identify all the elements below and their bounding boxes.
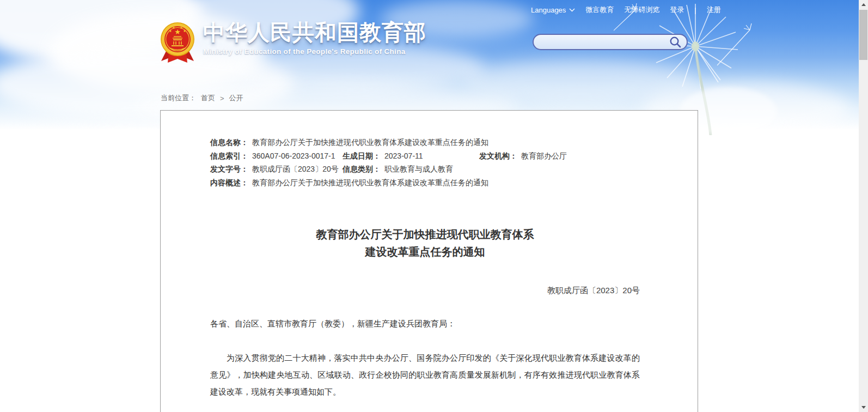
meta-summary-label: 内容概述： [210,176,248,190]
page: Languages 微言教育 无障碍浏览 登录 | 注册 ★ ★ ★ ★ ★ [0,0,868,412]
nav-weiyan-link[interactable]: 微言教育 [585,5,614,15]
svg-text:★: ★ [172,26,175,29]
chevron-down-icon [569,8,575,12]
scrollbar[interactable] [859,0,868,412]
meta-row-name: 信息名称： 教育部办公厅关于加快推进现代职业教育体系建设改革重点任务的通知 [210,136,640,149]
arrow-up-icon [861,3,866,6]
search-box[interactable] [533,34,688,50]
register-link[interactable]: 注册 [707,5,721,15]
meta-summary-value: 教育部办公厅关于加快推进现代职业教育体系建设改革重点任务的通知 [252,176,488,190]
meta-index-label: 信息索引： [210,149,248,163]
scrollbar-thumb[interactable] [859,10,867,60]
meta-name-label: 信息名称： [210,136,248,149]
meta-row-index: 信息索引： 360A07-06-2023-0017-1 生成日期： 2023-0… [210,149,640,163]
document-title: 教育部办公厅关于加快推进现代职业教育体系 建设改革重点任务的通知 [210,226,640,260]
svg-text:★: ★ [180,26,182,29]
svg-text:★: ★ [169,29,172,33]
breadcrumb: 当前位置： 首页 > 公开 [161,93,243,103]
meta-row-number: 发文字号： 教职成厅函〔2023〕20号 信息类别： 职业教育与成人教育 [210,162,640,176]
search-icon [669,36,681,48]
breadcrumb-label: 当前位置： [161,93,196,103]
document-title-line1: 教育部办公厅关于加快推进现代职业教育体系 [210,226,640,243]
login-link[interactable]: 登录 [670,5,684,15]
document-number: 教职成厅函〔2023〕20号 [210,285,640,296]
meta-number-label: 发文字号： [210,162,248,176]
scroll-up-button[interactable] [859,0,868,9]
languages-label: Languages [531,6,566,14]
meta-index-value: 360A07-06-2023-0017-1 [252,149,335,163]
site-title: 中华人民共和国教育部 [203,20,426,45]
meta-agency-value: 教育部办公厅 [521,149,567,163]
breadcrumb-home-link[interactable]: 首页 [201,93,215,103]
body-paragraph: 为深入贯彻党的二十大精神，落实中共中央办公厅、国务院办公厅印发的《关于深化现代职… [210,349,640,400]
meta-category-value: 职业教育与成人教育 [384,162,453,176]
meta-name-value: 教育部办公厅关于加快推进现代职业教育体系建设改革重点任务的通知 [252,136,488,149]
meta-number-value: 教职成厅函〔2023〕20号 [252,162,339,176]
document-meta: 信息名称： 教育部办公厅关于加快推进现代职业教育体系建设改革重点任务的通知 信息… [210,136,640,190]
site-brand[interactable]: ★ ★ ★ ★ ★ 中华人民共和国教育部 Ministry of Educati… [160,20,426,64]
meta-date-value: 2023-07-11 [384,149,423,163]
brand-text: 中华人民共和国教育部 Ministry of Education of the … [203,20,426,56]
languages-menu[interactable]: Languages [531,6,575,14]
nav-accessibility-link[interactable]: 无障碍浏览 [624,5,659,15]
breadcrumb-section-link[interactable]: 公开 [229,93,243,103]
national-emblem-logo: ★ ★ ★ ★ ★ [160,20,195,64]
top-nav: Languages 微言教育 无障碍浏览 登录 | 注册 [531,5,721,15]
document-panel: 信息名称： 教育部办公厅关于加快推进现代职业教育体系建设改革重点任务的通知 信息… [160,110,698,412]
search-button[interactable] [669,36,687,48]
meta-category-label: 信息类别： [343,162,381,176]
svg-text:★: ★ [183,29,186,33]
meta-agency-label: 发文机构： [479,149,517,163]
breadcrumb-separator: > [220,94,224,102]
scroll-down-button[interactable] [859,403,868,412]
salutation: 各省、自治区、直辖市教育厅（教委），新疆生产建设兵团教育局： [210,318,640,329]
nav-divider: | [694,6,696,14]
document-title-line2: 建设改革重点任务的通知 [210,243,640,260]
arrow-down-icon [861,406,866,409]
meta-row-summary: 内容概述： 教育部办公厅关于加快推进现代职业教育体系建设改革重点任务的通知 [210,176,640,190]
meta-date-label: 生成日期： [343,149,381,163]
site-subtitle: Ministry of Education of the People's Re… [203,47,426,56]
search-input[interactable] [534,38,669,46]
